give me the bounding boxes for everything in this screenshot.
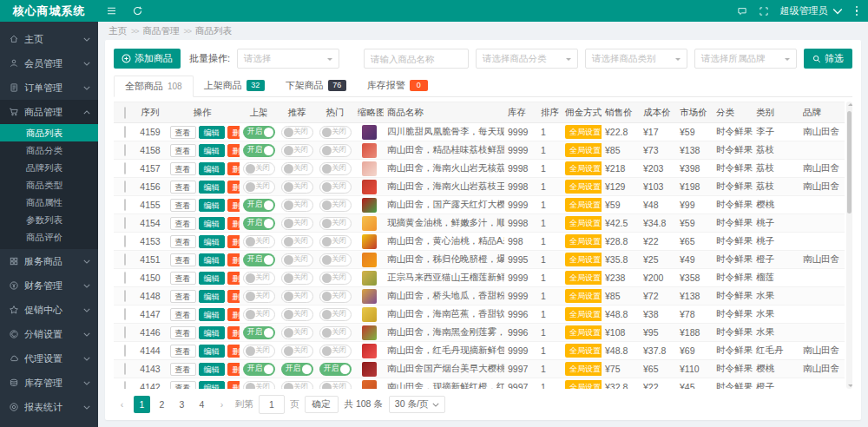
edit-button[interactable]: 编辑 [199,162,225,175]
hot-toggle[interactable]: 关闭 [319,326,352,339]
hot-toggle[interactable]: 关闭 [319,144,352,157]
scrollbar-thumb[interactable] [847,111,852,214]
table-scrollbar[interactable] [846,102,852,389]
row-checkbox[interactable] [124,199,126,211]
page-button-3[interactable]: 3 [174,396,190,413]
recommend-toggle[interactable]: 关闭 [281,144,313,157]
hot-toggle[interactable]: 关闭 [319,253,352,266]
commission-badge[interactable]: 全局设置 [565,344,602,358]
product-thumbnail[interactable] [362,344,377,358]
row-checkbox[interactable] [124,217,126,229]
commission-badge[interactable]: 全局设置 [565,362,602,376]
delete-button[interactable]: 删除 [227,162,240,175]
page-button-2[interactable]: 2 [154,396,170,413]
scroll-down-icon[interactable] [848,384,853,387]
product-thumbnail[interactable] [362,307,377,322]
brand-select[interactable]: 请选择所属品牌 [694,49,797,69]
edit-button[interactable]: 编辑 [199,199,225,212]
hot-toggle[interactable]: 关闭 [319,235,352,248]
view-button[interactable]: 查看 [170,217,196,230]
row-checkbox[interactable] [124,235,126,247]
product-thumbnail[interactable] [362,325,377,340]
recommend-toggle[interactable]: 关闭 [281,162,313,175]
select-all-checkbox[interactable] [124,107,126,119]
message-icon[interactable] [737,6,747,16]
product-thumbnail[interactable] [362,380,377,390]
delete-button[interactable]: 删除 [227,363,240,376]
sidebar-item-finance[interactable]: 财务管理 [0,273,98,298]
onsale-toggle[interactable]: 开启 [243,253,275,266]
delete-button[interactable]: 删除 [227,345,240,358]
sidebar-subitem-5[interactable]: 参数列表 [0,211,98,228]
hot-toggle[interactable]: 关闭 [319,290,352,303]
recommend-toggle[interactable]: 关闭 [281,308,313,321]
row-checkbox[interactable] [124,308,126,320]
commission-badge[interactable]: 全局设置 [565,161,602,175]
breadcrumb-item[interactable]: 商品列表 [195,25,232,37]
onsale-toggle[interactable]: 开启 [243,217,275,230]
recommend-toggle[interactable]: 关闭 [281,345,313,358]
row-checkbox[interactable] [124,345,126,357]
recommend-toggle[interactable]: 关闭 [281,217,313,230]
sidebar-item-order[interactable]: 订单管理 [0,76,98,100]
product-thumbnail[interactable] [362,125,377,140]
view-button[interactable]: 查看 [170,272,196,285]
edit-button[interactable]: 编辑 [199,144,225,157]
admin-menu[interactable]: 超级管理员 [780,4,843,17]
recommend-toggle[interactable]: 关闭 [281,235,313,248]
onsale-toggle[interactable]: 开启 [243,326,275,339]
sidebar-subitem-6[interactable]: 商品评价 [0,228,98,246]
row-checkbox[interactable] [124,363,126,375]
view-button[interactable]: 查看 [170,235,196,248]
recommend-toggle[interactable]: 关闭 [281,199,313,212]
commission-badge[interactable]: 全局设置 [565,289,602,303]
commission-badge[interactable]: 全局设置 [565,325,602,339]
sidebar-subitem-3[interactable]: 商品类型 [0,176,98,194]
delete-button[interactable]: 删除 [227,253,240,266]
onsale-toggle[interactable]: 关闭 [243,345,275,358]
recommend-toggle[interactable]: 开启 [281,363,313,376]
page-button-4[interactable]: 4 [194,396,210,413]
recommend-toggle[interactable]: 关闭 [281,290,313,303]
edit-button[interactable]: 编辑 [199,381,225,390]
onsale-toggle[interactable]: 开启 [243,199,275,212]
hot-toggle[interactable]: 关闭 [319,126,352,139]
edit-button[interactable]: 编辑 [199,345,225,358]
onsale-toggle[interactable]: 关闭 [243,290,275,303]
row-checkbox[interactable] [124,253,126,266]
confirm-page-button[interactable]: 确定 [305,396,339,413]
product-thumbnail[interactable] [362,180,377,194]
refresh-icon[interactable] [124,0,150,22]
edit-button[interactable]: 编辑 [199,272,225,285]
onsale-toggle[interactable]: 开启 [243,126,275,139]
product-thumbnail[interactable] [362,234,377,249]
sidebar-item-promo[interactable]: 促销中心 [0,298,98,322]
add-product-button[interactable]: 添加商品 [114,49,181,69]
hot-toggle[interactable]: 关闭 [319,162,352,175]
edit-button[interactable]: 编辑 [199,217,225,230]
recommend-toggle[interactable]: 关闭 [281,181,313,194]
commission-badge[interactable]: 全局设置 [565,271,602,285]
sidebar-subitem-0[interactable]: 商品列表 [0,124,98,141]
sidebar-item-home[interactable]: 主页 [0,27,98,51]
commission-badge[interactable]: 全局设置 [565,198,602,212]
commission-badge[interactable]: 全局设置 [565,180,602,194]
onsale-toggle[interactable]: 开启 [243,363,275,376]
hot-toggle[interactable]: 关闭 [319,217,352,230]
hot-toggle[interactable]: 关闭 [319,308,352,321]
onsale-toggle[interactable]: 关闭 [243,235,275,248]
product-thumbnail[interactable] [362,253,377,267]
view-button[interactable]: 查看 [170,144,196,157]
delete-button[interactable]: 删除 [227,381,240,390]
type-select[interactable]: 请选择商品类别 [585,49,687,69]
hot-toggle[interactable]: 开启 [319,363,352,376]
sidebar-item-share[interactable]: 分销设置 [0,322,98,346]
fullscreen-icon[interactable] [759,6,769,16]
goto-page-input[interactable] [259,395,285,414]
delete-button[interactable]: 删除 [227,144,240,157]
tab-2[interactable]: 下架商品76 [275,76,357,95]
onsale-toggle[interactable]: 关闭 [243,162,275,175]
edit-button[interactable]: 编辑 [199,363,225,376]
onsale-toggle[interactable]: 关闭 [243,308,275,321]
view-button[interactable]: 查看 [170,199,196,212]
